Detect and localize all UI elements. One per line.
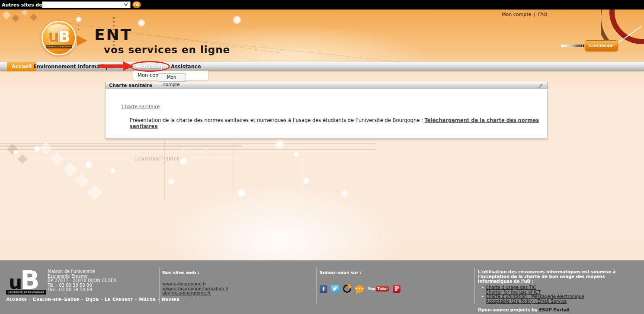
- facebook-icon[interactable]: f: [320, 285, 327, 293]
- page: Autres sites de l'uB : Ok: [0, 0, 644, 314]
- decoration-bokeh: [275, 139, 285, 149]
- decoration-diamond: [202, 148, 210, 155]
- header-banner: uB UNIVERSITÉ DE BOURGOGNE ENT vos servi…: [0, 10, 644, 62]
- decoration-bokeh: [138, 19, 145, 27]
- pinterest-icon[interactable]: P: [393, 285, 400, 293]
- decoration-line: [234, 140, 234, 192]
- header-glow-decoration: [138, 22, 441, 62]
- center-glow-decoration: [143, 170, 420, 260]
- footer-address: Maison de l'université Esplanade Erasme …: [48, 269, 116, 292]
- nav-item-annuaire[interactable]: Annuaire: [107, 62, 133, 71]
- header-link-faq[interactable]: FAQ: [538, 12, 547, 17]
- footer-cities: Auxerre - Chalon-sur-Saône - Dijon - Le …: [6, 297, 179, 302]
- footer-charter-section: L'utilisation des ressources informatiqu…: [478, 269, 637, 312]
- opensource-text: Open-source projects by: [478, 308, 538, 312]
- charter-intro: L'utilisation des ressources informatiqu…: [478, 269, 637, 284]
- site-link-u-bourgogne[interactable]: www.u-bourgogne.fr: [162, 282, 206, 287]
- logo-letters: uB: [43, 29, 75, 45]
- esup-portail-link[interactable]: ESUP Portail: [539, 308, 569, 312]
- panel-body: Charte sanitaire Présentation de la char…: [105, 89, 548, 138]
- content-area: 12345Q7890T456TGB45 Charte sanitaire: [0, 71, 644, 260]
- nav-item-mon-compte[interactable]: Mon compte: [135, 62, 170, 71]
- decoration-line: [0, 145, 242, 147]
- decoration-square: [39, 141, 52, 155]
- decoration-bokeh: [85, 161, 93, 169]
- decoration-square: [51, 152, 64, 165]
- ublink-icon[interactable]: [343, 285, 351, 293]
- address-line: Maison de l'université: [48, 269, 116, 274]
- decoration-bokeh: [168, 178, 175, 185]
- decoration-line: [0, 143, 376, 144]
- portal-title: ENT: [94, 26, 132, 44]
- connexion-button[interactable]: Connexion: [585, 40, 618, 51]
- twitter-icon[interactable]: [331, 285, 339, 293]
- charte-sanitaire-panel: Charte sanitaire Charte sanitaire Présen…: [105, 82, 548, 138]
- logo-pointer-decoration: [77, 35, 87, 46]
- nav-item-accueil[interactable]: Accueil: [7, 62, 36, 71]
- decoration-bokeh: [341, 189, 349, 197]
- paragraph-text: Présentation de la charte des normes san…: [130, 117, 424, 123]
- footer-divider: [316, 267, 317, 304]
- decoration-bokeh: [76, 16, 82, 22]
- decoration-bokeh: [237, 189, 246, 197]
- main-navbar: Accueil Environnement Informatique Annua…: [0, 62, 644, 71]
- address-line: BP 27877 - 21078 DIJON CEDEX: [48, 279, 116, 283]
- youtube-icon[interactable]: YouTube: [368, 286, 389, 292]
- footer-sites-section: Nos sites web : www.u-bourgogne.fr www.u…: [162, 270, 229, 296]
- footer: uB UNIVERSITÉ DE BOURGOGNE Maison de l'u…: [0, 260, 644, 314]
- nav-item-environnement-informatique[interactable]: Environnement Informatique: [33, 62, 114, 71]
- charter-link-tic[interactable]: Charte d'usage des TIC: [486, 285, 536, 290]
- footer-social-section: Suivez-nous sur : f ••• YouTube P: [320, 270, 400, 293]
- address-line: Fax : 03 80 39 50 69: [48, 288, 116, 292]
- header-top-links: Mon compte|FAQ: [502, 12, 547, 17]
- footer-logo-subtext: UNIVERSITÉ DE BOURGOGNE: [6, 290, 46, 295]
- charter-link-messagerie[interactable]: Charte d'utilisation - Messagerie électr…: [486, 295, 584, 299]
- detach-arrow-icon[interactable]: [538, 83, 544, 89]
- decoration-square: [7, 144, 18, 154]
- header-link-mon-compte[interactable]: Mon compte: [502, 12, 531, 17]
- charter-link-email-policy[interactable]: Acceptable Use Policy - Email Service: [486, 299, 567, 304]
- footer-divider: [474, 267, 475, 304]
- decoration-bokeh: [303, 177, 310, 184]
- decoration-bokeh: [110, 168, 116, 174]
- decoration-diamond: [179, 149, 188, 157]
- chat-bubble-icon[interactable]: •••: [355, 285, 364, 293]
- logo-subtext: UNIVERSITÉ DE BOURGOGNE: [46, 45, 72, 48]
- footer-ub-logo: uB UNIVERSITÉ DE BOURGOGNE: [6, 268, 46, 295]
- decoration-square: [18, 154, 28, 164]
- decoration-bokeh: [293, 151, 299, 157]
- decoration-line: [303, 144, 303, 201]
- decoration-line: [164, 140, 165, 201]
- site-link-ub-link[interactable]: ub-link.u-bourgogne.fr: [162, 291, 211, 296]
- sites-heading: Nos sites web :: [162, 270, 229, 275]
- decoration-square: [87, 185, 103, 201]
- mon-compte-tooltip: Mon compte: [158, 73, 185, 81]
- decoration-bokeh: [233, 16, 241, 24]
- nav-item-assistance[interactable]: Assistance: [171, 62, 201, 71]
- corner-pattern-decoration: [0, 10, 48, 27]
- decoration-dots: [78, 13, 79, 30]
- ok-button[interactable]: Ok: [132, 1, 141, 8]
- decoration-line: [0, 149, 376, 150]
- decoration-square: [63, 162, 77, 177]
- decoration-digits: 12345Q7890T456TGB45: [134, 157, 185, 161]
- decoration-square: [75, 173, 90, 188]
- portal-subtitle: vos services en ligne: [104, 44, 230, 55]
- ub-logo[interactable]: uB UNIVERSITÉ DE BOURGOGNE: [42, 21, 76, 55]
- other-sites-select[interactable]: [42, 1, 131, 8]
- social-heading: Suivez-nous sur :: [320, 270, 400, 275]
- loading-dots-decoration: [561, 45, 585, 47]
- top-links-separator: |: [531, 12, 538, 17]
- panel-paragraph: Présentation de la charte des normes san…: [130, 117, 547, 129]
- charte-sanitaire-link[interactable]: Charte sanitaire: [122, 104, 160, 109]
- top-sites-bar: Autres sites de l'uB : Ok: [0, 0, 644, 10]
- decoration-line: [125, 162, 247, 162]
- panel-title: Charte sanitaire: [109, 83, 152, 88]
